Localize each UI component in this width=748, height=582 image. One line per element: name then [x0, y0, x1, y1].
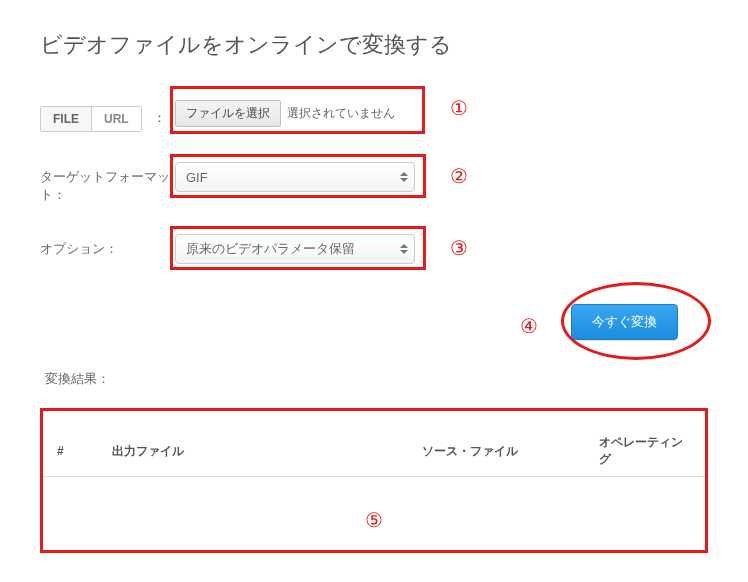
annotation-bubble-5: ⑤ — [365, 508, 383, 532]
options-row: オプション： 原来のビデオパラメータ保留 ③ — [40, 234, 708, 264]
results-table: # 出力ファイル ソース・ファイル オペレーティング — [43, 426, 705, 477]
chevron-updown-icon — [400, 244, 408, 254]
tab-file[interactable]: FILE — [41, 107, 91, 131]
convert-button[interactable]: 今すぐ変換 — [571, 304, 678, 340]
options-selected-text: 原来のビデオパラメータ保留 — [186, 240, 355, 258]
source-row: FILE URL ： ファイルを選択 選択されていません ① — [40, 100, 708, 132]
options-select[interactable]: 原来のビデオパラメータ保留 — [175, 234, 415, 264]
submit-row: ④ 今すぐ変換 — [40, 304, 708, 340]
results-container: # 出力ファイル ソース・ファイル オペレーティング ⑤ — [40, 408, 708, 553]
tab-url[interactable]: URL — [91, 107, 141, 131]
file-status-text: 選択されていません — [287, 105, 395, 122]
options-label: オプション： — [40, 234, 175, 258]
col-index: # — [43, 426, 98, 477]
format-label: ターゲットフォーマット： — [40, 162, 175, 204]
format-row: ターゲットフォーマット： GIF ② — [40, 162, 708, 204]
annotation-bubble-1: ① — [450, 96, 468, 120]
format-selected-text: GIF — [186, 170, 208, 185]
results-label: 変換結果： — [45, 370, 708, 388]
source-colon: ： — [153, 110, 166, 125]
source-tabs: FILE URL — [40, 106, 142, 132]
results-header-row: # 出力ファイル ソース・ファイル オペレーティング — [43, 426, 705, 477]
chevron-updown-icon — [400, 172, 408, 182]
col-output: 出力ファイル — [98, 426, 408, 477]
choose-file-button[interactable]: ファイルを選択 — [175, 100, 281, 127]
col-operations: オペレーティング — [585, 426, 705, 477]
annotation-bubble-4: ④ — [520, 314, 538, 338]
format-select[interactable]: GIF — [175, 162, 415, 192]
page-title: ビデオファイルをオンラインで変換する — [40, 30, 708, 60]
col-source: ソース・ファイル — [408, 426, 585, 477]
annotation-bubble-2: ② — [450, 164, 468, 188]
annotation-bubble-3: ③ — [450, 236, 468, 260]
